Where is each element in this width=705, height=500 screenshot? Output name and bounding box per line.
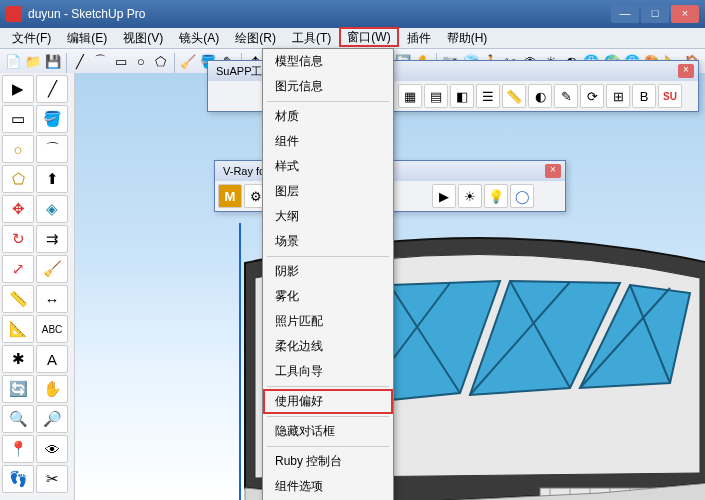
menu-comp-options[interactable]: 组件选项	[263, 474, 393, 499]
suapp-close-icon[interactable]: ×	[678, 64, 694, 78]
arc-icon[interactable]: ⌒	[91, 51, 109, 71]
app-icon	[6, 6, 22, 22]
menu-hide-dialogs[interactable]: 隐藏对话框	[263, 419, 393, 444]
walk-tool[interactable]: 👣	[2, 465, 34, 493]
dim-tool[interactable]: ↔	[36, 285, 68, 313]
menu-ruby[interactable]: Ruby 控制台	[263, 449, 393, 474]
open-icon[interactable]: 📁	[24, 51, 42, 71]
axes-tool[interactable]: ✱	[2, 345, 34, 373]
window-title: duyun - SketchUp Pro	[28, 7, 609, 21]
menu-plugins[interactable]: 插件	[399, 28, 439, 48]
minimize-button[interactable]: —	[611, 5, 639, 23]
section-tool[interactable]: ✂	[36, 465, 68, 493]
menu-entity-info[interactable]: 图元信息	[263, 74, 393, 99]
new-icon[interactable]: 📄	[4, 51, 22, 71]
menu-help[interactable]: 帮助(H)	[439, 28, 496, 48]
zoomwin-tool[interactable]: 🔎	[36, 405, 68, 433]
save-icon[interactable]: 💾	[44, 51, 62, 71]
circle-icon[interactable]: ○	[132, 51, 150, 71]
maximize-button[interactable]: □	[641, 5, 669, 23]
suapp-btn-10[interactable]: B	[632, 84, 656, 108]
paint-tool[interactable]: 🪣	[36, 105, 68, 133]
erase-tool[interactable]: 🧹	[36, 255, 68, 283]
menu-bar: 文件(F) 编辑(E) 视图(V) 镜头(A) 绘图(R) 工具(T) 窗口(W…	[0, 28, 705, 49]
line-icon[interactable]: ╱	[71, 51, 89, 71]
menu-preferences[interactable]: 使用偏好	[263, 389, 393, 414]
suapp-btn-7[interactable]: ✎	[554, 84, 578, 108]
pan-tool[interactable]: ✋	[36, 375, 68, 403]
vray-light-icon[interactable]: 💡	[484, 184, 508, 208]
menu-view[interactable]: 视图(V)	[115, 28, 171, 48]
prot-tool[interactable]: 📐	[2, 315, 34, 343]
rotate-tool[interactable]: ↻	[2, 225, 34, 253]
menu-components[interactable]: 组件	[263, 129, 393, 154]
menu-layers[interactable]: 图层	[263, 179, 393, 204]
suapp-btn-6[interactable]: ◐	[528, 84, 552, 108]
menu-camera[interactable]: 镜头(A)	[171, 28, 227, 48]
position-tool[interactable]: 📍	[2, 435, 34, 463]
scale-tool[interactable]: ⤢	[2, 255, 34, 283]
menu-draw[interactable]: 绘图(R)	[227, 28, 284, 48]
menu-window[interactable]: 窗口(W)	[339, 27, 398, 47]
menu-shadows[interactable]: 阴影	[263, 259, 393, 284]
follow-tool[interactable]: ◈	[36, 195, 68, 223]
menu-model-info[interactable]: 模型信息	[263, 49, 393, 74]
suapp-btn-2[interactable]: ▤	[424, 84, 448, 108]
left-toolbar: ▶╱ ▭🪣 ○⌒ ⬠⬆ ✥◈ ↻⇉ ⤢🧹 📏↔ 📐ABC ✱A 🔄✋ 🔍🔎 📍👁…	[0, 73, 75, 500]
vray-circle-icon[interactable]: ◯	[510, 184, 534, 208]
close-button[interactable]: ×	[671, 5, 699, 23]
suapp-btn-8[interactable]: ⟳	[580, 84, 604, 108]
erase-icon[interactable]: 🧹	[179, 51, 197, 71]
3dtext-tool[interactable]: A	[36, 345, 68, 373]
vray-close-icon[interactable]: ×	[545, 164, 561, 178]
vray-render-icon[interactable]: ▶	[432, 184, 456, 208]
menu-materials[interactable]: 材质	[263, 104, 393, 129]
title-bar: duyun - SketchUp Pro — □ ×	[0, 0, 705, 28]
menu-soften[interactable]: 柔化边线	[263, 334, 393, 359]
poly-icon[interactable]: ⬠	[152, 51, 170, 71]
rect-tool[interactable]: ▭	[2, 105, 34, 133]
vray-sun-icon[interactable]: ☀	[458, 184, 482, 208]
text-tool[interactable]: ABC	[36, 315, 68, 343]
menu-tools[interactable]: 工具(T)	[284, 28, 339, 48]
orbit-tool[interactable]: 🔄	[2, 375, 34, 403]
vray-material-icon[interactable]: M	[218, 184, 242, 208]
menu-outliner[interactable]: 大纲	[263, 204, 393, 229]
look-tool[interactable]: 👁	[36, 435, 68, 463]
line-tool[interactable]: ╱	[36, 75, 68, 103]
arc-tool[interactable]: ⌒	[36, 135, 68, 163]
move-tool[interactable]: ✥	[2, 195, 34, 223]
menu-file[interactable]: 文件(F)	[4, 28, 59, 48]
offset-tool[interactable]: ⇉	[36, 225, 68, 253]
menu-edit[interactable]: 编辑(E)	[59, 28, 115, 48]
menu-match-photo[interactable]: 照片匹配	[263, 309, 393, 334]
menu-instructor[interactable]: 工具向导	[263, 359, 393, 384]
window-menu-dropdown: 模型信息 图元信息 材质 组件 样式 图层 大纲 场景 阴影 雾化 照片匹配 柔…	[262, 48, 394, 500]
push-tool[interactable]: ⬆	[36, 165, 68, 193]
menu-styles[interactable]: 样式	[263, 154, 393, 179]
menu-fog[interactable]: 雾化	[263, 284, 393, 309]
suapp-btn-9[interactable]: ⊞	[606, 84, 630, 108]
suapp-btn-1[interactable]: ▦	[398, 84, 422, 108]
suapp-btn-3[interactable]: ◧	[450, 84, 474, 108]
suapp-btn-4[interactable]: ☰	[476, 84, 500, 108]
menu-scenes[interactable]: 场景	[263, 229, 393, 254]
circle-tool[interactable]: ○	[2, 135, 34, 163]
tape-tool[interactable]: 📏	[2, 285, 34, 313]
zoom-tool[interactable]: 🔍	[2, 405, 34, 433]
poly-tool[interactable]: ⬠	[2, 165, 34, 193]
suapp-btn-11[interactable]: SU	[658, 84, 682, 108]
select-tool[interactable]: ▶	[2, 75, 34, 103]
suapp-btn-5[interactable]: 📏	[502, 84, 526, 108]
rect-icon[interactable]: ▭	[112, 51, 130, 71]
